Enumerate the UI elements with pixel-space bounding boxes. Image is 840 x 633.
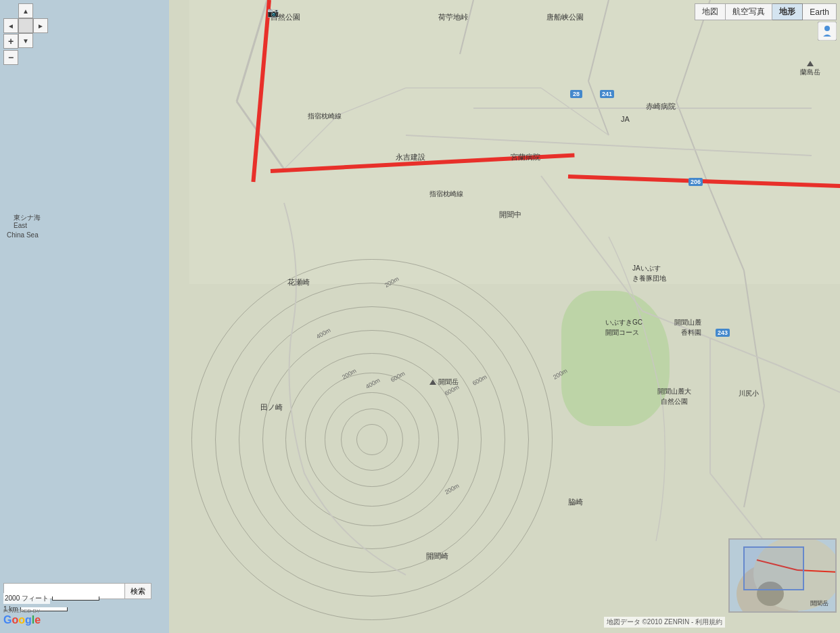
route-badge-28: 28: [570, 90, 582, 98]
label-toga: 荷苧地峠: [438, 12, 468, 22]
label-ibusuki-gc: いぶすきGC: [605, 318, 643, 327]
label-east-jp: East: [14, 222, 27, 229]
label-tanozaki: 田ノ崎: [260, 402, 283, 413]
google-text: Google: [3, 614, 41, 626]
zoom-controls: + −: [3, 34, 18, 65]
label-ibusuki-2: 指宿枕崎線: [308, 112, 342, 121]
mini-map-label: 開聞岳: [810, 599, 829, 608]
label-karaseto: 唐船峡公園: [546, 12, 584, 22]
label-hanazesaki: 花瀬崎: [287, 277, 310, 287]
search-button[interactable]: 検索: [125, 583, 151, 599]
map-container[interactable]: 東シナ海 East China Sea 唐船峡公園 荷苧地峠 自然公園 永吉建設…: [0, 0, 840, 633]
map-type-controls: 地図 航空写真 地形 Earth: [695, 3, 837, 20]
map-type-chikei[interactable]: 地形: [772, 3, 803, 20]
g-letter-g2: g: [25, 614, 32, 626]
mini-map[interactable]: 開聞岳: [728, 538, 837, 613]
map-type-kouku[interactable]: 航空写真: [726, 3, 772, 20]
g-letter-o1: o: [11, 614, 18, 626]
contour-ring-9: [191, 259, 553, 620]
scale-ft-label: 2000 フィート: [3, 593, 50, 604]
scale-ft-line: [52, 596, 99, 601]
nav-center-button[interactable]: [18, 18, 33, 33]
mini-map-inner: 開聞岳: [730, 540, 835, 611]
label-kaimonsaki: 開聞崎: [426, 551, 448, 561]
street-view-icon[interactable]: [818, 22, 837, 43]
label-nagayoshi: 永吉建設: [396, 152, 425, 162]
nav-left-button[interactable]: ◄: [3, 18, 18, 33]
label-kaimon-dake: 開聞岳: [438, 377, 459, 387]
google-logo: POWERED BY Google: [3, 608, 41, 626]
kaimon-dake-marker: [429, 379, 436, 385]
volcano: [176, 243, 568, 633]
label-ja-ibusuki2: き養豚団地: [632, 274, 666, 283]
g-letter-e: e: [34, 614, 41, 626]
zoom-in-button[interactable]: +: [3, 34, 18, 49]
label-kaimon-naka: 開聞中: [499, 210, 521, 220]
label-ibusuki-gc2: 開聞コース: [605, 328, 639, 337]
map-type-chizu[interactable]: 地図: [695, 3, 726, 20]
svg-point-23: [824, 26, 830, 31]
mini-map-viewport[interactable]: [743, 546, 804, 590]
route-badge-241: 241: [600, 90, 614, 98]
nav-up-button[interactable]: ▲: [18, 3, 33, 18]
label-east-china-sea-jp: 東シナ海: [14, 213, 41, 222]
g-letter-o2: o: [18, 614, 25, 626]
copyright: 地図データ ©2010 ZENRIN - 利用規約: [604, 617, 725, 628]
label-china-sea: China Sea: [7, 231, 39, 239]
label-ranshima: 蘭島岳: [800, 68, 820, 77]
label-ja-ibusuki: JAいぶす: [632, 264, 661, 273]
green-area: [561, 291, 670, 426]
route-badge-206: 206: [689, 178, 703, 186]
map-type-earth[interactable]: Earth: [803, 3, 837, 20]
label-ja: JA: [621, 115, 630, 123]
g-letter-g: G: [3, 614, 11, 626]
powered-by-label: POWERED BY: [3, 608, 41, 614]
label-akasaki: 赤崎病院: [646, 101, 676, 112]
zoom-out-button[interactable]: −: [3, 50, 18, 65]
label-daishizen: 開聞山麓大: [657, 387, 691, 396]
label-miran: 宮蘭病院: [511, 152, 540, 162]
label-kaimon-dake-group: 開聞岳: [429, 377, 459, 387]
label-kaimon-yama-kouka: 開聞山麓: [674, 318, 701, 327]
nav-right-button[interactable]: ►: [33, 18, 48, 33]
scale-ft: 2000 フィート: [3, 593, 99, 604]
label-kawajiri: 川尻小: [739, 389, 759, 398]
label-kaimon-yama-kouka2: 香料園: [681, 328, 701, 337]
nav-down-button[interactable]: ▼: [18, 33, 33, 48]
route-badge-243: 243: [716, 329, 730, 337]
label-daishizen2: 自然公園: [661, 397, 688, 406]
north-land: [189, 0, 840, 284]
label-ranshima-group: 蘭島岳: [800, 61, 820, 77]
label-ibusuki-1: 指宿枕崎線: [429, 189, 463, 199]
ranshima-marker: [807, 61, 814, 66]
camera-icon[interactable]: 📷: [267, 7, 279, 18]
label-wakizaki: 脇崎: [568, 497, 583, 507]
